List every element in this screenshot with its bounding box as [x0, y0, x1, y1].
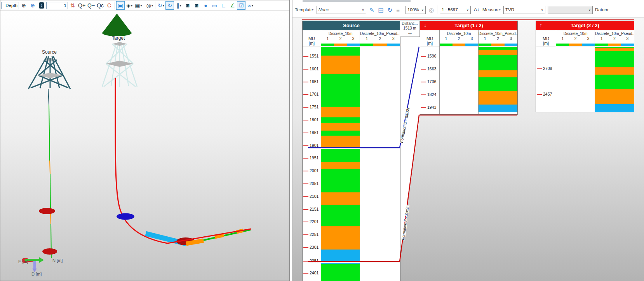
md-column-header: MD[m]	[420, 30, 440, 47]
camera-plus-icon[interactable]: ◙	[192, 1, 201, 10]
well-group[interactable]: ↑Target (2 / 2)MD[m]Discrete_10m123Discr…	[536, 21, 634, 112]
depth-label: 2251	[310, 232, 319, 237]
log-track-header[interactable]: Discrete_10m_Pseud...123	[479, 30, 517, 47]
depth-label: 1951	[310, 155, 319, 160]
log-track-header[interactable]: Discrete_10m_Pseud...123	[595, 30, 634, 47]
depth-label: 1851	[310, 130, 319, 135]
map-layers-icon[interactable]: ∥▾	[174, 1, 183, 10]
chart-icon: ∠	[230, 3, 235, 8]
track-code-label: 2	[491, 37, 504, 42]
zoom-settings-icon[interactable]: ◎	[428, 7, 435, 13]
rotate-c-icon[interactable]: C	[105, 1, 113, 10]
log-track-header[interactable]: Discrete_10m123	[321, 30, 360, 47]
log-track-body[interactable]	[479, 47, 517, 114]
target-well-marker-disk[interactable]	[117, 213, 134, 220]
section-interior	[400, 37, 420, 262]
zoom-out-icon[interactable]: Q−	[87, 1, 96, 10]
camera-icon[interactable]: ◙	[183, 1, 192, 10]
well-body[interactable]: 27082457	[536, 47, 634, 112]
axis-e-label: E [m]	[18, 259, 28, 264]
track-color-legend	[360, 44, 400, 46]
vertical-exaggeration-input[interactable]	[46, 2, 68, 9]
track-name: Discrete_10m_Pseud...	[479, 30, 517, 37]
track-name: Discrete_10m	[440, 30, 478, 37]
zoom-extents-icon[interactable]: Qc	[96, 1, 104, 10]
track-name: Discrete_10m_Pseud...	[360, 30, 400, 37]
pan-icon[interactable]: ⊕	[19, 1, 28, 10]
lithology-interval	[595, 67, 634, 75]
track-code-label: 2	[334, 37, 347, 42]
log-track-header[interactable]: Discrete_10m123	[440, 30, 479, 47]
vertical-scale-icon[interactable]: ↕	[37, 1, 46, 10]
depth-label: 1736	[427, 79, 436, 84]
dropdown-caret-icon[interactable]: ▾	[131, 4, 132, 7]
chart-icon[interactable]: ∠	[228, 1, 237, 10]
log-track-body[interactable]	[556, 47, 595, 112]
depth-label: 1701	[310, 92, 319, 96]
orbit-lock-icon[interactable]: ↻	[165, 1, 174, 10]
scale-combo[interactable]: 1 : 5697∨	[440, 6, 471, 14]
well-header[interactable]: ↓Target (1 / 2)	[420, 21, 517, 30]
monitor-check-icon[interactable]: ☑	[237, 1, 245, 10]
log-track-body[interactable]	[440, 47, 479, 114]
zoom-combo[interactable]: 100%∨	[406, 6, 426, 14]
dropdown-caret-icon[interactable]: ▾	[163, 4, 164, 7]
depth-tick	[421, 56, 426, 57]
rotate-view-icon: ↻	[158, 3, 162, 8]
log-track-header[interactable]: Discrete_10m_Pseud...123	[360, 30, 400, 47]
template-label: Template:	[295, 7, 314, 12]
log-track-body[interactable]	[360, 47, 400, 281]
dropdown-caret-icon[interactable]: ▾	[252, 4, 253, 7]
select-pick-icon[interactable]: ⊕	[28, 1, 37, 10]
lithology-interval	[321, 74, 360, 107]
lithology-interval	[321, 264, 360, 281]
cube-axes-icon[interactable]: ◈▾	[125, 1, 134, 10]
well-body[interactable]: 1551160116511701175118011851190119512001…	[303, 47, 400, 281]
source-well-marker-disk-2[interactable]	[42, 248, 57, 255]
settings-list-icon[interactable]: ≡	[395, 7, 400, 13]
md-column-header: MD[m]	[303, 30, 321, 47]
3d-scene[interactable]: Target Source	[0, 11, 289, 281]
log-track-header[interactable]: Discrete_10m123	[556, 30, 595, 47]
visibility-eye-icon[interactable]: ◎▾	[145, 1, 154, 10]
track-code-label: 2	[608, 37, 621, 42]
track-color-legend	[595, 44, 634, 46]
depth-mode-input[interactable]	[1, 2, 19, 9]
measure-combo[interactable]: TVD∨	[503, 6, 545, 14]
depth-tick	[303, 82, 308, 82]
well-header[interactable]: ↑Target (2 / 2)	[536, 21, 634, 30]
rotate-view-icon[interactable]: ↻▾	[157, 1, 165, 10]
well-group[interactable]: SourceMD[m]Discrete_10m123Discrete_10m_P…	[302, 21, 400, 281]
track-code-label: 1	[479, 37, 491, 42]
well-group[interactable]: ↓Target (1 / 2)MD[m]Discrete_10m123Discr…	[420, 21, 518, 115]
log-track-body[interactable]	[321, 47, 360, 281]
md-depth-column: 15961663173618241943	[420, 47, 440, 114]
dropdown-caret-icon[interactable]: ▾	[179, 4, 181, 7]
source-well-marker-disk[interactable]	[39, 208, 55, 214]
link-icon[interactable]: ∞▾	[246, 1, 254, 10]
grid-box-icon[interactable]: ▦▾	[134, 1, 143, 10]
dropdown-caret-icon[interactable]: ▾	[140, 4, 142, 7]
well-body[interactable]: 15961663173618241943	[420, 47, 517, 114]
refresh-depth-icon[interactable]: ⇅	[68, 1, 77, 10]
edit-template-icon[interactable]: ✎	[369, 7, 375, 13]
formation-label: Formation D - Sa/Sh	[399, 108, 410, 143]
well-section-view[interactable]: SourceMD[m]Discrete_10m123Discrete_10m_P…	[292, 18, 644, 281]
location-pin-icon[interactable]: ●	[201, 1, 210, 10]
corner-plot-icon[interactable]: ∟	[219, 1, 228, 10]
lithology-interval	[479, 70, 517, 77]
toolbar-separator	[115, 2, 115, 9]
log-track-body[interactable]	[595, 47, 634, 112]
zoom-in-icon[interactable]: Q+	[77, 1, 86, 10]
template-combo[interactable]: None∨	[317, 6, 366, 14]
datum-combo[interactable]: ∨	[548, 6, 593, 14]
view-3d-box-icon[interactable]: ▣	[116, 1, 125, 10]
dropdown-caret-icon[interactable]: ▾	[151, 4, 153, 7]
lithology-interval	[321, 149, 360, 162]
ruler-icon[interactable]: ▭	[210, 1, 219, 10]
well-header[interactable]: Source	[303, 21, 400, 30]
flip-orientation-icon[interactable]: A↕	[473, 7, 480, 12]
refresh-icon[interactable]: ↻	[387, 7, 393, 13]
pan-icon: ⊕	[21, 3, 26, 8]
save-template-icon[interactable]: ▤	[377, 7, 384, 13]
